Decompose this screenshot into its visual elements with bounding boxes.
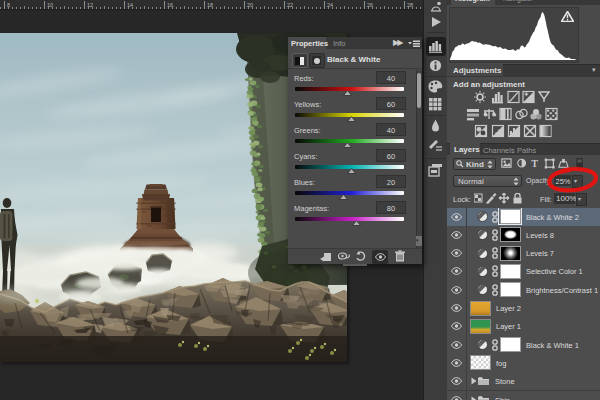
svg-text:10: 10: [47, 2, 53, 8]
svg-text:22: 22: [287, 2, 293, 8]
svg-text:12: 12: [87, 2, 93, 8]
svg-text:18: 18: [207, 2, 213, 8]
svg-text:24: 24: [327, 2, 333, 8]
svg-text:20: 20: [247, 2, 253, 8]
svg-text:28: 28: [407, 2, 413, 8]
svg-text:14: 14: [127, 2, 133, 8]
svg-text:16: 16: [167, 2, 173, 8]
svg-text:26: 26: [367, 2, 373, 8]
svg-text:8: 8: [7, 2, 10, 8]
svg-text:T: T: [531, 158, 538, 169]
